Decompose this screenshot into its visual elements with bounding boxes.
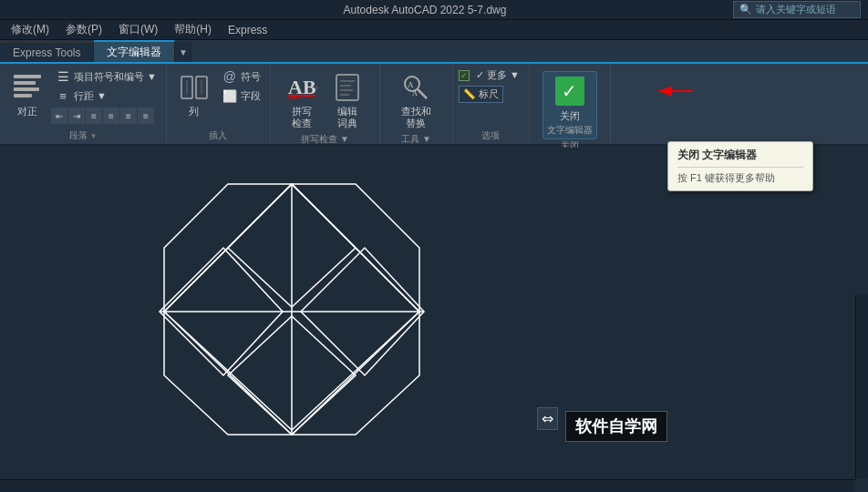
ribbon-group-tools: A A 查找和 替换 工具 ▼ bbox=[380, 64, 453, 144]
ribbon-group-paragraph: 对正 ☰ 项目符号和编号 ▼ ≡ 行距 ▼ ⇤ ⇥ ≡ ≡ ≡ bbox=[0, 64, 167, 144]
red-arrow-indicator bbox=[645, 80, 699, 102]
close-editor-button[interactable]: ✓ 关闭 文字编辑器 bbox=[542, 71, 597, 139]
tools-group-label: 工具 ▼ bbox=[386, 133, 447, 148]
tooltip-title: 关闭 文字编辑器 bbox=[677, 148, 803, 168]
align-button[interactable]: 对正 bbox=[5, 67, 49, 121]
tab-dropdown-arrow[interactable]: ▼ bbox=[175, 42, 191, 62]
indent-increase-btn[interactable]: ⇥ bbox=[68, 108, 85, 124]
list-icon: ☰ bbox=[55, 69, 71, 84]
field-label: 字段 bbox=[241, 89, 261, 103]
svg-line-28 bbox=[164, 184, 292, 312]
svg-text:A: A bbox=[408, 80, 414, 89]
edit-dict-icon bbox=[331, 71, 364, 104]
insert-small-btns: @ 符号 ⬜ 字段 bbox=[218, 67, 264, 105]
svg-rect-0 bbox=[14, 75, 41, 78]
tab-express-tools[interactable]: Express Tools bbox=[0, 42, 94, 62]
insert-content: 列 @ 符号 ⬜ 字段 bbox=[172, 67, 264, 129]
field-icon: ⬜ bbox=[222, 89, 238, 103]
spellcheck-content: ABC 拼写 检查 编辑 bbox=[280, 67, 369, 133]
menu-window[interactable]: 窗口(W) bbox=[111, 20, 165, 39]
symbol-label: 符号 bbox=[241, 70, 261, 84]
watermark: 软件自学网 bbox=[565, 411, 667, 442]
svg-line-29 bbox=[292, 184, 419, 312]
ribbon-group-spellcheck: ABC 拼写 检查 编辑 bbox=[271, 64, 380, 144]
symbol-button[interactable]: @ 符号 bbox=[218, 67, 264, 86]
close-label: 关闭 bbox=[560, 110, 580, 122]
vertical-scrollbar[interactable] bbox=[855, 295, 868, 479]
spellcheck-group-label: 拼写检查 ▼ bbox=[276, 133, 374, 148]
edit-dict-button[interactable]: 编辑 词典 bbox=[326, 67, 369, 133]
svg-line-30 bbox=[292, 312, 419, 435]
app-title: Autodesk AutoCAD 2022 5-7.dwg bbox=[117, 4, 733, 16]
ruler-button[interactable]: 📏 标尺 bbox=[459, 86, 503, 103]
linespacing-button[interactable]: ≡ 行距 ▼ bbox=[51, 87, 160, 105]
menu-modify[interactable]: 修改(M) bbox=[4, 20, 57, 39]
justify-btn[interactable]: ≡ bbox=[138, 108, 154, 124]
align-left-btn[interactable]: ≡ bbox=[86, 108, 102, 124]
tooltip-hint: 按 F1 键获得更多帮助 bbox=[677, 171, 803, 185]
align-label: 对正 bbox=[17, 106, 37, 118]
close-btn-group: ✓ 关闭 文字编辑器 bbox=[535, 67, 604, 139]
para-small-btns: ☰ 项目符号和编号 ▼ ≡ 行距 ▼ ⇤ ⇥ ≡ ≡ ≡ ≡ bbox=[51, 67, 160, 124]
menu-bar: 修改(M) 参数(P) 窗口(W) 帮助(H) Express bbox=[0, 20, 868, 40]
ribbon-group-insert: 列 @ 符号 ⬜ 字段 插入 bbox=[167, 64, 271, 144]
close-sublabel: 文字编辑器 bbox=[547, 124, 593, 137]
menu-help[interactable]: 帮助(H) bbox=[167, 20, 219, 39]
tools-content: A A 查找和 替换 bbox=[394, 67, 438, 133]
insert-group-label: 插入 bbox=[172, 129, 264, 144]
move-cursor-icon: ⇔ bbox=[537, 407, 558, 430]
column-label: 列 bbox=[189, 106, 199, 118]
horizontal-scrollbar[interactable] bbox=[0, 479, 855, 492]
spellcheck-button[interactable]: ABC 拼写 检查 bbox=[280, 67, 324, 133]
align-icon bbox=[11, 71, 44, 104]
svg-rect-1 bbox=[14, 81, 36, 85]
spellcheck-icon: ABC bbox=[285, 71, 318, 104]
search-icon: 🔍 bbox=[739, 4, 752, 15]
options-group-label: 选项 bbox=[459, 129, 523, 144]
align-center-btn[interactable]: ≡ bbox=[103, 108, 119, 124]
tooltip-popup: 关闭 文字编辑器 按 F1 键获得更多帮助 bbox=[667, 141, 813, 191]
column-icon bbox=[178, 71, 211, 104]
ruler-row: 📏 标尺 bbox=[459, 86, 503, 103]
svg-rect-10 bbox=[336, 75, 358, 100]
findreplace-button[interactable]: A A 查找和 替换 bbox=[394, 67, 438, 133]
title-bar: Autodesk AutoCAD 2022 5-7.dwg 🔍 请入关键字或短语 bbox=[0, 0, 868, 20]
spellcheck-label: 拼写 检查 bbox=[292, 106, 312, 129]
tab-text-editor[interactable]: 文字编辑器 bbox=[94, 40, 175, 62]
findreplace-icon: A A bbox=[399, 71, 432, 104]
paragraph-group-label: 段落 ▼ bbox=[5, 129, 160, 144]
edit-dict-label: 编辑 词典 bbox=[337, 106, 357, 129]
tab-bar: Express Tools 文字编辑器 ▼ bbox=[0, 40, 868, 64]
findreplace-label: 查找和 替换 bbox=[401, 106, 431, 129]
ribbon-group-close: ✓ 关闭 文字编辑器 关闭 bbox=[530, 64, 611, 144]
green-check-icon: ✓ bbox=[555, 77, 584, 106]
canvas-area: ⇔ 软件自学网 bbox=[0, 148, 868, 492]
column-button[interactable]: 列 bbox=[172, 67, 216, 121]
symbol-icon: @ bbox=[222, 69, 238, 84]
menu-express[interactable]: Express bbox=[221, 22, 274, 38]
list-label: 项目符号和编号 ▼ bbox=[74, 70, 157, 84]
svg-rect-3 bbox=[14, 94, 32, 97]
close-icon-area: ✓ bbox=[552, 74, 588, 108]
menu-param[interactable]: 参数(P) bbox=[58, 20, 109, 39]
list-button[interactable]: ☰ 项目符号和编号 ▼ bbox=[51, 67, 160, 86]
svg-line-31 bbox=[164, 312, 292, 435]
search-placeholder: 请入关键字或短语 bbox=[756, 3, 836, 16]
more-checkbox[interactable]: ✓ bbox=[459, 70, 470, 81]
more-options-row: ✓ ✓ 更多 ▼ bbox=[459, 67, 523, 83]
field-button[interactable]: ⬜ 字段 bbox=[218, 87, 264, 105]
search-box[interactable]: 🔍 请入关键字或短语 bbox=[733, 1, 861, 18]
svg-text:A: A bbox=[412, 89, 418, 97]
svg-rect-2 bbox=[14, 87, 39, 91]
drawing-shape bbox=[137, 166, 447, 448]
ribbon-group-options: ✓ ✓ 更多 ▼ 📏 标尺 选项 bbox=[453, 64, 530, 144]
paragraph-content: 对正 ☰ 项目符号和编号 ▼ ≡ 行距 ▼ ⇤ ⇥ ≡ ≡ ≡ bbox=[5, 67, 160, 129]
ribbon: 对正 ☰ 项目符号和编号 ▼ ≡ 行距 ▼ ⇤ ⇥ ≡ ≡ ≡ bbox=[0, 64, 868, 146]
align-right-btn[interactable]: ≡ bbox=[120, 108, 137, 124]
more-button[interactable]: ✓ 更多 ▼ bbox=[472, 67, 523, 83]
svg-line-16 bbox=[418, 89, 427, 98]
linespacing-icon: ≡ bbox=[55, 89, 71, 103]
linespacing-label: 行距 ▼ bbox=[74, 89, 107, 103]
paragraph-expand-arrow[interactable]: ▼ bbox=[90, 132, 98, 140]
indent-decrease-btn[interactable]: ⇤ bbox=[51, 108, 67, 124]
